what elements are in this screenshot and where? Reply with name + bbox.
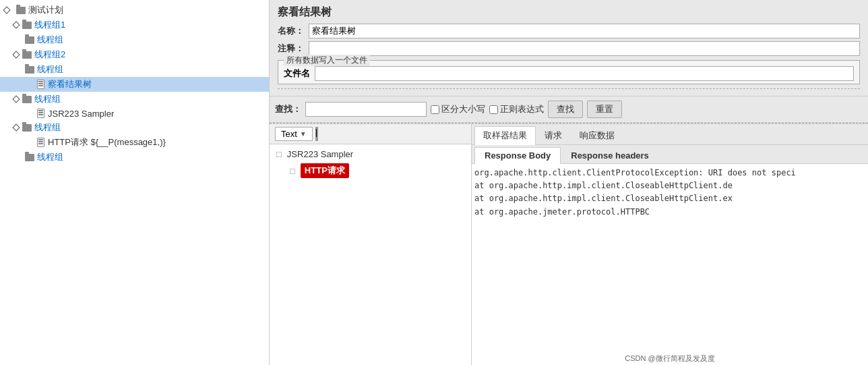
- result-checkbox-icon: □: [276, 149, 282, 159]
- file-section: 所有数据写入一个文件 文件名: [278, 60, 860, 84]
- sidebar: 测试计划 线程组1 线程组 线程组2 线程组 察看结果树 线程组 JSR223 …: [0, 0, 270, 365]
- sidebar-item-tg5[interactable]: 线程组: [0, 150, 269, 165]
- find-button[interactable]: 查找: [548, 101, 583, 118]
- folder-icon: [16, 5, 26, 16]
- sidebar-item-label: 线程组1: [34, 19, 65, 31]
- sidebar-item-label: 线程组2: [34, 49, 65, 61]
- text-dropdown[interactable]: Text ▼: [275, 127, 313, 141]
- doc-icon: [35, 137, 46, 148]
- sidebar-item-httpreq[interactable]: HTTP请求 ${__P(message1,)}: [0, 135, 269, 150]
- sidebar-item-tg2-sub[interactable]: 线程组: [0, 62, 269, 77]
- result-label: JSR223 Sampler: [287, 149, 353, 159]
- sidebar-item-label: 察看结果树: [48, 78, 92, 90]
- watermark: CSDN @微行简程及发及度: [472, 352, 868, 365]
- sidebar-item-tg1-sub[interactable]: 线程组: [0, 32, 269, 47]
- sidebar-item-label: HTTP请求 ${__P(message1,)}: [48, 136, 166, 148]
- dropdown-label: Text: [281, 129, 297, 139]
- results-tree: Text ▼ | □ JSR223 Sampler □ HTTP请求: [270, 124, 472, 365]
- detail-panel: 取样器结果 请求 响应数据 Response Body Response hea…: [472, 124, 868, 365]
- doc-icon: [35, 108, 46, 119]
- diamond-small-icon: [12, 95, 20, 103]
- error-line-2: at org.apache.http.impl.client.Closeable…: [474, 179, 865, 192]
- sidebar-item-label: 线程组: [34, 121, 61, 134]
- results-area: Text ▼ | □ JSR223 Sampler □ HTTP请求: [270, 123, 868, 365]
- http-error-badge[interactable]: HTTP请求: [301, 163, 349, 178]
- dropdown-arrow-icon: ▼: [300, 130, 307, 138]
- sidebar-item-chkresult[interactable]: 察看结果树: [0, 77, 269, 92]
- doc-icon: [35, 79, 46, 90]
- comment-label: 注释：: [278, 43, 305, 55]
- error-line-4: at org.apache.jmeter.protocol.HTTPBC: [474, 206, 865, 219]
- sidebar-item-tg3[interactable]: 线程组: [0, 92, 269, 107]
- search-bar: 查找： 区分大小写 正则表达式 查找 重置: [270, 96, 868, 123]
- case-sensitive-label[interactable]: 区分大小写: [431, 103, 485, 115]
- folder-icon: [24, 64, 35, 75]
- tab-sampler[interactable]: 取样器结果: [474, 126, 536, 145]
- result-item-http[interactable]: □ HTTP请求: [286, 161, 468, 180]
- filename-row: 文件名: [284, 66, 854, 81]
- sidebar-item-tg2[interactable]: 线程组2: [0, 47, 269, 62]
- comment-row: 注释：: [278, 41, 860, 56]
- sidebar-item-root[interactable]: 测试计划: [0, 3, 269, 18]
- regex-checkbox[interactable]: [489, 105, 498, 114]
- regex-label[interactable]: 正则表达式: [489, 103, 544, 115]
- divider-1: [278, 88, 860, 89]
- sidebar-item-label: 线程组: [37, 34, 63, 46]
- diamond-small-icon: [12, 51, 20, 58]
- error-line-3: at org.apache.http.impl.client.Closeable…: [474, 192, 865, 205]
- vertical-separator: |: [315, 127, 318, 141]
- detail-content: org.apache.http.client.ClientProtocolExc…: [472, 164, 868, 352]
- name-input[interactable]: [309, 24, 860, 38]
- filename-input[interactable]: [315, 66, 854, 81]
- error-line-1: org.apache.http.client.ClientProtocolExc…: [474, 167, 865, 179]
- reset-button[interactable]: 重置: [587, 101, 622, 118]
- tab-response[interactable]: 响应数据: [571, 126, 623, 144]
- comment-input[interactable]: [309, 41, 860, 56]
- detail-subtabs: Response Body Response headers: [472, 145, 868, 164]
- folder-icon: [22, 20, 32, 30]
- folder-icon: [22, 49, 32, 60]
- sidebar-item-jsr223[interactable]: JSR223 Sampler: [0, 107, 269, 120]
- panel-title: 察看结果树: [278, 5, 860, 20]
- tab-request[interactable]: 请求: [536, 126, 571, 144]
- result-checkbox-http-icon: □: [290, 166, 295, 176]
- sidebar-item-label: JSR223 Sampler: [48, 109, 114, 119]
- sidebar-item-tg1[interactable]: 线程组1: [0, 18, 269, 32]
- search-input[interactable]: [305, 102, 427, 117]
- folder-icon: [24, 34, 35, 45]
- detail-tabs: 取样器结果 请求 响应数据: [472, 124, 868, 145]
- panel-header: 察看结果树 名称： 注释： 所有数据写入一个文件 文件名: [270, 0, 868, 96]
- sidebar-item-tg4[interactable]: 线程组: [0, 120, 269, 135]
- section-legend: 所有数据写入一个文件: [284, 55, 370, 66]
- diamond-icon: [3, 5, 13, 16]
- subtab-headers[interactable]: Response headers: [561, 147, 659, 163]
- diamond-small-icon: [12, 21, 20, 28]
- sidebar-item-label: 线程组: [37, 63, 63, 76]
- folder-icon: [22, 122, 32, 133]
- filename-label: 文件名: [284, 67, 311, 80]
- name-row: 名称：: [278, 24, 860, 38]
- result-item-jsr223[interactable]: □ JSR223 Sampler: [272, 147, 468, 161]
- diamond-small-icon: [12, 123, 20, 131]
- result-item-http-wrapper: □ HTTP请求: [272, 161, 468, 180]
- subtab-body[interactable]: Response Body: [474, 147, 561, 164]
- folder-icon: [22, 94, 32, 105]
- search-label: 查找：: [275, 103, 301, 115]
- sidebar-item-label: 测试计划: [28, 4, 63, 16]
- sidebar-item-label: 线程组: [34, 93, 61, 105]
- sidebar-item-label: 线程组: [37, 151, 63, 163]
- main-panel: 察看结果树 名称： 注释： 所有数据写入一个文件 文件名 查找： 区分大小写 正…: [270, 0, 868, 365]
- folder-icon: [24, 152, 35, 163]
- results-tree-header: Text ▼ |: [270, 124, 471, 144]
- name-label: 名称：: [278, 25, 305, 37]
- results-tree-content: □ JSR223 Sampler □ HTTP请求: [270, 144, 471, 365]
- case-sensitive-checkbox[interactable]: [431, 105, 439, 114]
